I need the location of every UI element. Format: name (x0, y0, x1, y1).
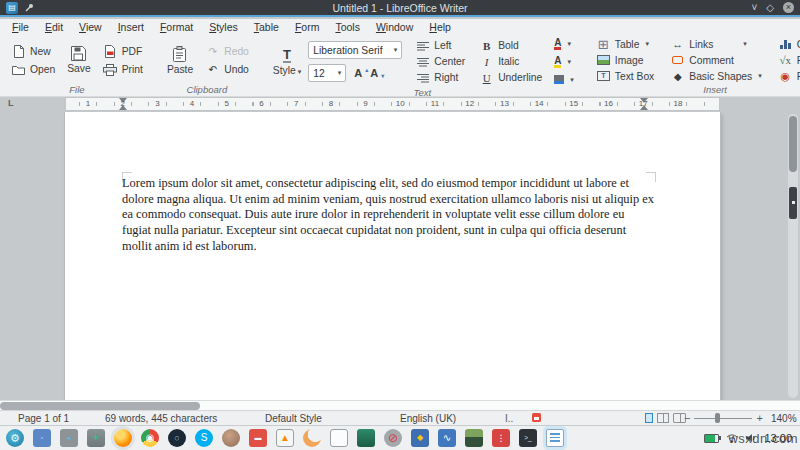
menu-item-format[interactable]: Format (152, 21, 201, 33)
align-left-button[interactable]: Left (410, 38, 470, 53)
zoom-in-button[interactable]: + (756, 413, 762, 423)
taskbar-app-skype[interactable]: S (195, 429, 213, 447)
insert-basic-shapes-button[interactable]: ◆ Basic Shapes ▾ (665, 69, 766, 84)
taskbar-app-vlc[interactable]: ▲ (276, 429, 294, 447)
menu-item-help[interactable]: Help (421, 21, 459, 33)
taskbar-app-dictionary[interactable] (357, 429, 375, 447)
menu-item-styles[interactable]: Styles (201, 21, 246, 33)
taskbar-app-audio-mixer[interactable]: ⋮ (492, 429, 510, 447)
align-right-button[interactable]: Right (410, 70, 470, 85)
insert-mode-status[interactable]: I.. (505, 413, 513, 424)
document-modified-icon[interactable] (532, 413, 541, 422)
taskbar-app-app-launcher[interactable]: ⚙ (6, 429, 24, 447)
table-caret[interactable]: ▾ (645, 40, 649, 48)
links-caret[interactable]: ▾ (743, 40, 747, 48)
background-color-caret[interactable]: ▾ (570, 76, 574, 84)
taskbar-app-steam[interactable]: ○ (168, 429, 186, 447)
insert-image-button[interactable]: Image (591, 53, 660, 68)
taskbar-app-file-manager[interactable]: + (87, 429, 105, 447)
menu-item-tools[interactable]: Tools (327, 21, 368, 33)
paragraph-style-status[interactable]: Default Style (265, 413, 322, 424)
single-page-view-button[interactable] (645, 413, 653, 423)
sidebar-toggle-handle[interactable] (789, 187, 797, 219)
undo-button[interactable]: ↶ Undo (200, 62, 254, 76)
menu-item-view[interactable]: View (71, 21, 110, 33)
taskbar-app-new-document[interactable] (330, 429, 348, 447)
insert-comment-button[interactable]: Comment (665, 53, 766, 68)
close-button[interactable]: × (783, 2, 794, 13)
font-name-combo[interactable]: Liberation Serif ▾ (308, 41, 402, 59)
underline-button[interactable]: U Underline (474, 70, 547, 85)
background-color-icon (554, 75, 564, 84)
taskbar-app-kde-utility[interactable]: ◆ (411, 429, 429, 447)
language-status[interactable]: English (UK) (400, 413, 456, 424)
multi-page-view-button[interactable] (657, 413, 669, 423)
menu-item-form[interactable]: Form (287, 21, 328, 33)
open-button[interactable]: Open (6, 63, 60, 76)
taskbar-app-virtual-desktop-pager[interactable]: ▫ (33, 429, 51, 447)
highlight-color-caret[interactable]: ▾ (567, 58, 571, 66)
insert-links-button[interactable]: ↔ Links ▾ (665, 37, 766, 52)
toolbar-group-clipboard: Paste ↷ Redo ↶ Undo Clipboard (160, 36, 254, 96)
align-center-button[interactable]: Center (410, 54, 470, 69)
word-count-status[interactable]: 69 words, 445 characters (105, 413, 217, 424)
taskbar-app-disabled-editor[interactable]: ⊘ (384, 429, 402, 447)
background-color-button[interactable]: ▾ (549, 72, 579, 87)
zoom-out-button[interactable]: − (684, 413, 690, 423)
taskbar-app-libreoffice-writer[interactable] (546, 429, 564, 447)
menu-item-window[interactable]: Window (368, 21, 421, 33)
zoom-slider-thumb[interactable] (715, 413, 720, 423)
battery-icon[interactable] (704, 434, 719, 443)
save-button[interactable]: Save (60, 45, 97, 75)
italic-button[interactable]: I Italic (474, 54, 547, 69)
maximize-button[interactable]: ◇ (766, 2, 774, 13)
menu-item-file[interactable]: File (4, 21, 37, 33)
taskbar-app-gimp[interactable] (222, 429, 240, 447)
bold-button[interactable]: B Bold (474, 38, 547, 53)
ruler-number: 1 (86, 99, 90, 108)
redo-button[interactable]: ↷ Redo (200, 44, 254, 58)
decrease-font-size-button[interactable]: A▾ (370, 68, 378, 78)
insert-table-button[interactable]: ⊞ Table ▾ (591, 37, 660, 52)
taskbar-app-show-desktop[interactable]: ● (60, 429, 78, 447)
page-count-status[interactable]: Page 1 of 1 (18, 413, 69, 424)
zoom-level-status[interactable]: 140% (771, 413, 797, 424)
taskbar-app-audio-wave[interactable]: ∿ (438, 429, 456, 447)
paste-button[interactable]: Paste (160, 45, 200, 76)
highlight-color-button[interactable]: A ▾ (549, 54, 579, 69)
menu-item-insert[interactable]: Insert (110, 21, 152, 33)
vertical-scrollbar-thumb[interactable] (789, 116, 797, 172)
document-paragraph[interactable]: Lorem ipsum dolor sit amet, consectetur … (122, 176, 655, 255)
record-changes-button[interactable]: ◉ Record (773, 69, 800, 84)
insert-textbox-button[interactable]: T Text Box (591, 69, 660, 84)
insert-chart-button[interactable]: Chart (773, 37, 800, 52)
tab-stop-selector[interactable]: L (8, 98, 14, 108)
font-color-caret[interactable]: ▾ (567, 40, 571, 48)
paragraph-style-button[interactable]: T Style▾ (266, 47, 308, 77)
basic-shapes-caret[interactable]: ▾ (758, 72, 762, 80)
taskbar-app-konsole[interactable]: >_ (519, 429, 537, 447)
menu-item-edit[interactable]: Edit (37, 21, 71, 33)
style-dropdown-caret[interactable]: ▾ (298, 68, 302, 75)
increase-font-size-button[interactable]: A▴ (354, 68, 362, 78)
insert-formula-button[interactable]: √x Formula (773, 53, 800, 68)
taskbar-app-firefox[interactable] (114, 429, 132, 447)
minimize-button[interactable]: ˅ (751, 2, 757, 13)
zoom-slider[interactable] (694, 413, 752, 423)
taskbar-app-chrome[interactable]: ◉ (141, 429, 159, 447)
print-button[interactable]: Print (98, 63, 148, 77)
taskbar-app-photos[interactable] (465, 429, 483, 447)
horizontal-scrollbar-thumb[interactable] (0, 402, 200, 410)
horizontal-scrollbar[interactable] (0, 400, 800, 410)
vertical-scrollbar[interactable] (788, 114, 798, 398)
taskbar-app-red-utility[interactable]: ▬ (249, 429, 267, 447)
new-button[interactable]: New (6, 44, 60, 59)
document-page[interactable]: Lorem ipsum dolor sit amet, consectetur … (65, 112, 720, 400)
taskbar-app-crescent-app[interactable] (303, 429, 321, 447)
font-color-button[interactable]: A ▾ (549, 36, 579, 51)
font-size-combo[interactable]: 12 ▾ (308, 64, 346, 82)
menu-item-table[interactable]: Table (246, 21, 287, 33)
title-bar[interactable]: ▤ Untitled 1 - LibreOffice Writer ˅ ◇ × (0, 0, 800, 17)
pin-icon[interactable] (24, 3, 34, 13)
export-pdf-button[interactable]: PDF (98, 44, 148, 59)
